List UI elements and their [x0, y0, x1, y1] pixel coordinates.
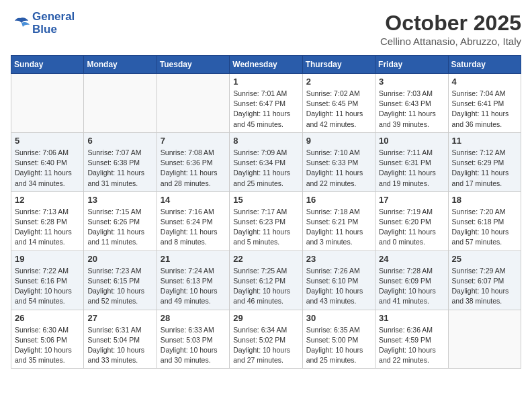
day-number: 31 [379, 313, 444, 323]
day-number: 25 [452, 254, 517, 264]
day-number: 30 [306, 313, 371, 323]
calendar-cell: 17Sunrise: 7:19 AM Sunset: 6:20 PM Dayli… [375, 191, 448, 250]
day-info: Sunrise: 7:26 AM Sunset: 6:10 PM Dayligh… [306, 266, 371, 307]
day-info: Sunrise: 7:07 AM Sunset: 6:38 PM Dayligh… [87, 148, 152, 189]
calendar-cell: 6Sunrise: 7:07 AM Sunset: 6:38 PM Daylig… [84, 132, 157, 191]
day-number: 19 [15, 254, 80, 264]
calendar-cell: 27Sunrise: 6:31 AM Sunset: 5:04 PM Dayli… [84, 310, 157, 369]
day-number: 29 [233, 313, 298, 323]
logo: General Blue [11, 11, 75, 36]
day-info: Sunrise: 7:29 AM Sunset: 6:07 PM Dayligh… [452, 266, 517, 307]
calendar-cell: 16Sunrise: 7:18 AM Sunset: 6:21 PM Dayli… [302, 191, 375, 250]
calendar-cell: 13Sunrise: 7:15 AM Sunset: 6:26 PM Dayli… [84, 191, 157, 250]
day-info: Sunrise: 7:18 AM Sunset: 6:21 PM Dayligh… [306, 207, 371, 248]
day-info: Sunrise: 7:03 AM Sunset: 6:43 PM Dayligh… [379, 89, 444, 130]
calendar-cell: 12Sunrise: 7:13 AM Sunset: 6:28 PM Dayli… [11, 191, 84, 250]
calendar-cell [11, 74, 84, 133]
calendar-cell: 19Sunrise: 7:22 AM Sunset: 6:16 PM Dayli… [11, 250, 84, 310]
day-number: 22 [233, 254, 298, 264]
day-number: 2 [306, 77, 371, 87]
calendar-week-row: 12Sunrise: 7:13 AM Sunset: 6:28 PM Dayli… [11, 191, 521, 250]
day-info: Sunrise: 7:10 AM Sunset: 6:33 PM Dayligh… [306, 148, 371, 189]
logo-text: General Blue [32, 11, 75, 36]
calendar-cell: 4Sunrise: 7:04 AM Sunset: 6:41 PM Daylig… [448, 74, 521, 133]
day-info: Sunrise: 7:01 AM Sunset: 6:47 PM Dayligh… [233, 89, 298, 130]
weekday-header: Tuesday [157, 56, 229, 74]
day-info: Sunrise: 7:12 AM Sunset: 6:29 PM Dayligh… [452, 148, 517, 189]
day-number: 12 [15, 195, 80, 205]
day-info: Sunrise: 6:34 AM Sunset: 5:02 PM Dayligh… [233, 325, 298, 366]
calendar-week-row: 26Sunrise: 6:30 AM Sunset: 5:06 PM Dayli… [11, 310, 521, 369]
day-info: Sunrise: 6:31 AM Sunset: 5:04 PM Dayligh… [87, 325, 152, 366]
calendar-cell: 26Sunrise: 6:30 AM Sunset: 5:06 PM Dayli… [11, 310, 84, 369]
day-info: Sunrise: 6:36 AM Sunset: 4:59 PM Dayligh… [379, 325, 444, 366]
location-subtitle: Cellino Attanasio, Abruzzo, Italy [380, 36, 521, 47]
calendar-cell: 20Sunrise: 7:23 AM Sunset: 6:15 PM Dayli… [84, 250, 157, 310]
weekday-header: Saturday [448, 56, 521, 74]
calendar-cell: 25Sunrise: 7:29 AM Sunset: 6:07 PM Dayli… [448, 250, 521, 310]
calendar-cell: 21Sunrise: 7:24 AM Sunset: 6:13 PM Dayli… [157, 250, 229, 310]
weekday-header: Sunday [11, 56, 84, 74]
day-info: Sunrise: 7:09 AM Sunset: 6:34 PM Dayligh… [233, 148, 298, 189]
title-block: October 2025 Cellino Attanasio, Abruzzo,… [380, 11, 521, 47]
day-number: 16 [306, 195, 371, 205]
calendar-cell: 22Sunrise: 7:25 AM Sunset: 6:12 PM Dayli… [230, 250, 302, 310]
day-info: Sunrise: 6:33 AM Sunset: 5:03 PM Dayligh… [161, 325, 226, 366]
calendar-cell: 23Sunrise: 7:26 AM Sunset: 6:10 PM Dayli… [302, 250, 375, 310]
day-info: Sunrise: 7:16 AM Sunset: 6:24 PM Dayligh… [161, 207, 226, 248]
day-number: 5 [15, 136, 80, 146]
day-number: 4 [452, 77, 517, 87]
day-info: Sunrise: 7:11 AM Sunset: 6:31 PM Dayligh… [379, 148, 444, 189]
day-number: 14 [161, 195, 226, 205]
calendar-cell: 5Sunrise: 7:06 AM Sunset: 6:40 PM Daylig… [11, 132, 84, 191]
calendar-cell: 10Sunrise: 7:11 AM Sunset: 6:31 PM Dayli… [375, 132, 448, 191]
day-info: Sunrise: 7:20 AM Sunset: 6:18 PM Dayligh… [452, 207, 517, 248]
calendar-cell: 18Sunrise: 7:20 AM Sunset: 6:18 PM Dayli… [448, 191, 521, 250]
calendar-cell: 24Sunrise: 7:28 AM Sunset: 6:09 PM Dayli… [375, 250, 448, 310]
weekday-header: Thursday [302, 56, 375, 74]
day-number: 7 [161, 136, 226, 146]
calendar-cell: 29Sunrise: 6:34 AM Sunset: 5:02 PM Dayli… [230, 310, 302, 369]
day-number: 18 [452, 195, 517, 205]
calendar-week-row: 5Sunrise: 7:06 AM Sunset: 6:40 PM Daylig… [11, 132, 521, 191]
day-number: 17 [379, 195, 444, 205]
day-info: Sunrise: 7:22 AM Sunset: 6:16 PM Dayligh… [15, 266, 80, 307]
day-number: 8 [233, 136, 298, 146]
calendar-week-row: 19Sunrise: 7:22 AM Sunset: 6:16 PM Dayli… [11, 250, 521, 310]
calendar-cell: 11Sunrise: 7:12 AM Sunset: 6:29 PM Dayli… [448, 132, 521, 191]
day-info: Sunrise: 7:04 AM Sunset: 6:41 PM Dayligh… [452, 89, 517, 130]
day-number: 20 [87, 254, 152, 264]
calendar-cell: 3Sunrise: 7:03 AM Sunset: 6:43 PM Daylig… [375, 74, 448, 133]
calendar-cell: 15Sunrise: 7:17 AM Sunset: 6:23 PM Dayli… [230, 191, 302, 250]
calendar-cell [157, 74, 229, 133]
calendar-cell [448, 310, 521, 369]
day-info: Sunrise: 7:02 AM Sunset: 6:45 PM Dayligh… [306, 89, 371, 130]
month-title: October 2025 [380, 11, 521, 36]
day-info: Sunrise: 7:15 AM Sunset: 6:26 PM Dayligh… [87, 207, 152, 248]
day-number: 23 [306, 254, 371, 264]
weekday-header: Friday [375, 56, 448, 74]
logo-icon [11, 15, 30, 32]
day-info: Sunrise: 7:23 AM Sunset: 6:15 PM Dayligh… [87, 266, 152, 307]
day-number: 27 [87, 313, 152, 323]
day-info: Sunrise: 7:13 AM Sunset: 6:28 PM Dayligh… [15, 207, 80, 248]
day-number: 24 [379, 254, 444, 264]
day-info: Sunrise: 7:19 AM Sunset: 6:20 PM Dayligh… [379, 207, 444, 248]
calendar-week-row: 1Sunrise: 7:01 AM Sunset: 6:47 PM Daylig… [11, 74, 521, 133]
day-info: Sunrise: 7:17 AM Sunset: 6:23 PM Dayligh… [233, 207, 298, 248]
day-number: 26 [15, 313, 80, 323]
calendar-cell: 1Sunrise: 7:01 AM Sunset: 6:47 PM Daylig… [230, 74, 302, 133]
calendar-cell: 30Sunrise: 6:35 AM Sunset: 5:00 PM Dayli… [302, 310, 375, 369]
calendar-table: SundayMondayTuesdayWednesdayThursdayFrid… [11, 55, 521, 369]
day-number: 1 [233, 77, 298, 87]
day-number: 3 [379, 77, 444, 87]
day-info: Sunrise: 6:35 AM Sunset: 5:00 PM Dayligh… [306, 325, 371, 366]
day-number: 11 [452, 136, 517, 146]
day-info: Sunrise: 7:25 AM Sunset: 6:12 PM Dayligh… [233, 266, 298, 307]
day-info: Sunrise: 7:24 AM Sunset: 6:13 PM Dayligh… [161, 266, 226, 307]
calendar-cell: 9Sunrise: 7:10 AM Sunset: 6:33 PM Daylig… [302, 132, 375, 191]
day-info: Sunrise: 6:30 AM Sunset: 5:06 PM Dayligh… [15, 325, 80, 366]
day-number: 15 [233, 195, 298, 205]
day-info: Sunrise: 7:28 AM Sunset: 6:09 PM Dayligh… [379, 266, 444, 307]
day-number: 28 [161, 313, 226, 323]
